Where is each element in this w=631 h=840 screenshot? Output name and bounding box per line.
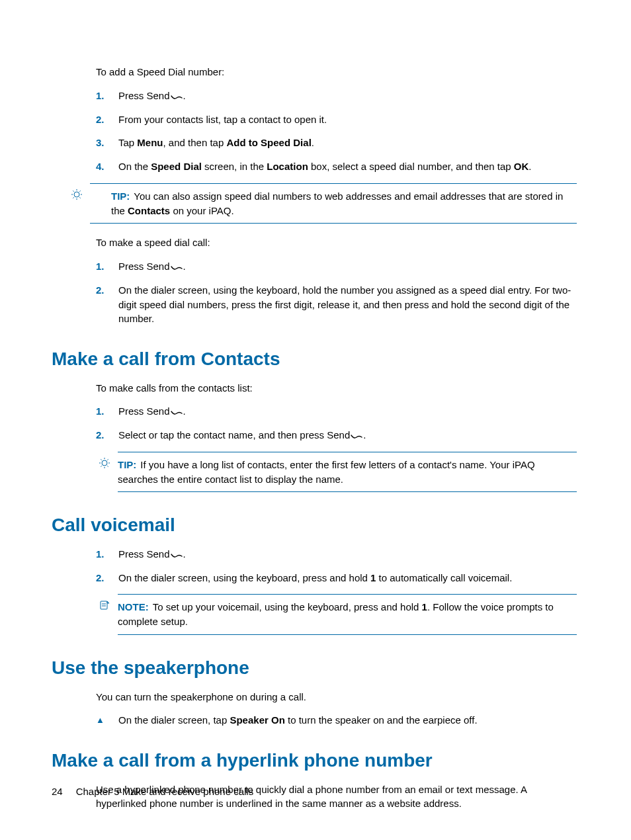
tip-label: TIP: bbox=[118, 459, 136, 470]
list-item: 4. On the Speed Dial screen, in the Loca… bbox=[96, 159, 577, 174]
page-number: 24 bbox=[52, 786, 63, 797]
lightbulb-icon bbox=[71, 189, 82, 204]
svg-rect-18 bbox=[101, 601, 107, 609]
svg-line-14 bbox=[101, 459, 101, 460]
voicemail-list: 1. Press Send. 2. On the dialer screen, … bbox=[96, 547, 577, 585]
list-item: 1. Press Send. bbox=[96, 89, 577, 103]
heading-contacts: Make a call from Contacts bbox=[52, 346, 577, 373]
speed-dial-add-intro: To add a Speed Dial number: bbox=[96, 65, 577, 79]
note-label: NOTE: bbox=[118, 601, 149, 612]
send-icon bbox=[350, 429, 363, 441]
list-item: 2. From your contacts list, tap a contac… bbox=[96, 112, 577, 127]
svg-line-8 bbox=[79, 190, 80, 191]
bullet-item: ▲ On the dialer screen, tap Speaker On t… bbox=[96, 713, 577, 728]
triangle-icon: ▲ bbox=[96, 714, 105, 727]
send-icon bbox=[170, 261, 183, 272]
list-item: 2. Select or tap the contact name, and t… bbox=[96, 428, 577, 442]
page-footer: 24Chapter 5 Make and receive phone calls bbox=[52, 784, 253, 799]
lightbulb-icon bbox=[99, 458, 110, 472]
svg-line-6 bbox=[79, 197, 80, 198]
svg-point-0 bbox=[74, 192, 79, 197]
list-item: 1. Press Send. bbox=[96, 547, 577, 562]
svg-line-15 bbox=[107, 466, 108, 466]
step-text: From your contacts list, tap a contact t… bbox=[118, 114, 327, 125]
list-item: 3. Tap Menu, and then tap Add to Speed D… bbox=[96, 136, 577, 150]
tip-callout: TIP:You can also assign speed dial numbe… bbox=[90, 183, 577, 224]
list-item: 2. On the dialer screen, using the keybo… bbox=[96, 571, 577, 585]
send-icon bbox=[170, 548, 183, 560]
heading-voicemail: Call voicemail bbox=[52, 512, 577, 539]
list-item: 1. Press Send. bbox=[96, 259, 577, 274]
speed-dial-add-list: 1. Press Send. 2. From your contacts lis… bbox=[96, 89, 577, 174]
chapter-label: Chapter 5 Make and receive phone calls bbox=[76, 786, 254, 797]
contacts-list: 1. Press Send. 2. Select or tap the cont… bbox=[96, 404, 577, 442]
heading-speakerphone: Use the speakerphone bbox=[52, 655, 577, 682]
heading-hyperlink: Make a call from a hyperlink phone numbe… bbox=[52, 747, 577, 775]
tip-label: TIP: bbox=[111, 190, 130, 202]
svg-line-16 bbox=[101, 466, 101, 466]
note-callout: NOTE:To set up your voicemail, using the… bbox=[118, 594, 577, 635]
speed-dial-call-intro: To make a speed dial call: bbox=[96, 235, 577, 250]
send-icon bbox=[170, 405, 183, 417]
list-item: 2. On the dialer screen, using the keybo… bbox=[96, 283, 577, 326]
step-text: Press Send bbox=[118, 90, 170, 101]
note-icon bbox=[99, 600, 110, 614]
contacts-intro: To make calls from the contacts list: bbox=[96, 381, 577, 396]
speaker-intro: You can turn the speakerphone on during … bbox=[96, 690, 577, 704]
svg-line-5 bbox=[73, 190, 73, 191]
svg-line-17 bbox=[107, 459, 108, 460]
svg-point-9 bbox=[102, 460, 107, 466]
send-icon bbox=[170, 90, 183, 101]
svg-line-7 bbox=[73, 197, 73, 198]
speed-dial-call-list: 1. Press Send. 2. On the dialer screen, … bbox=[96, 259, 577, 326]
list-item: 1. Press Send. bbox=[96, 404, 577, 419]
tip-callout: TIP:If you have a long list of contacts,… bbox=[118, 452, 577, 493]
